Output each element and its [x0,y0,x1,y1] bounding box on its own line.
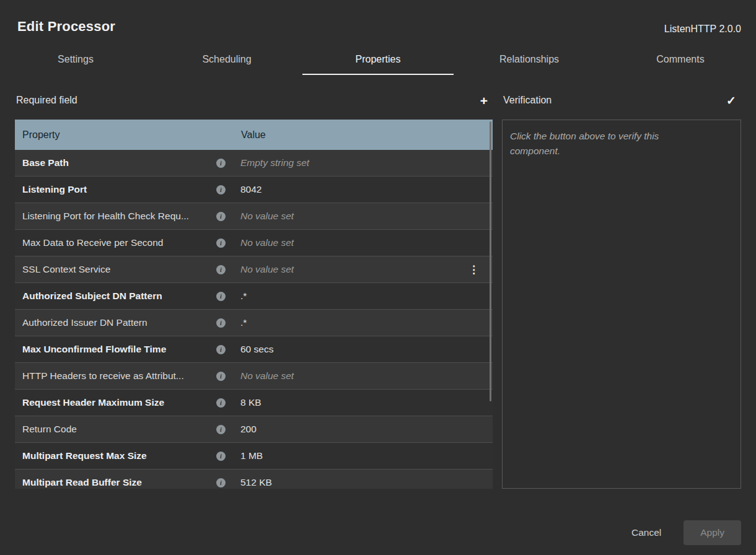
property-name: Return Code [22,424,216,435]
property-value[interactable]: Empty string set [240,157,309,168]
info-icon[interactable]: i [216,185,226,194]
properties-section: Required field + Property Value Base Pat… [15,92,493,489]
property-value[interactable]: No value set [240,211,294,222]
property-value[interactable]: .* [240,317,247,328]
property-name: Request Header Maximum Size [22,397,216,408]
column-header-value: Value [241,129,266,141]
info-icon[interactable]: i [216,318,226,328]
property-name: Authorized Subject DN Pattern [22,291,216,302]
info-icon[interactable]: i [216,425,226,434]
property-name: SSL Context Service [22,264,216,275]
dialog-footer: Cancel Apply [628,520,741,545]
properties-table: Property Value Base Path i Empty string … [15,120,493,489]
info-icon[interactable]: i [216,212,226,221]
property-value[interactable]: No value set [240,370,294,382]
property-row-request-header-max-size[interactable]: Request Header Maximum Size i 8 KB [15,390,493,416]
property-row-authorized-subject-dn[interactable]: Authorized Subject DN Pattern i .* [15,283,493,310]
info-icon[interactable]: i [216,265,226,274]
info-icon[interactable]: i [216,452,226,461]
property-value[interactable]: 8042 [240,184,262,195]
processor-type-version: ListenHTTP 2.0.0 [664,24,741,35]
property-row-return-code[interactable]: Return Code i 200 [15,416,493,443]
property-row-multipart-request-max-size[interactable]: Multipart Request Max Size i 1 MB [15,443,493,470]
property-row-base-path[interactable]: Base Path i Empty string set [15,150,493,177]
property-row-ssl-context-service[interactable]: SSL Context Service i No value set ⋮ [15,256,493,283]
property-name: Multipart Request Max Size [22,450,216,461]
property-row-health-check-port[interactable]: Listening Port for Health Check Requ... … [15,203,493,230]
column-header-property: Property [22,129,241,141]
property-name: Multipart Read Buffer Size [22,477,216,488]
property-value[interactable]: 512 KB [240,477,272,488]
property-row-authorized-issuer-dn[interactable]: Authorized Issuer DN Pattern i .* [15,310,493,336]
more-options-icon[interactable]: ⋮ [468,263,479,276]
property-name: Listening Port [22,184,216,195]
property-row-max-data-per-second[interactable]: Max Data to Receive per Second i No valu… [15,230,493,256]
info-icon[interactable]: i [216,292,226,301]
info-icon[interactable]: i [216,345,226,354]
dialog-title: Edit Processor [17,19,115,35]
property-value[interactable]: No value set [240,237,294,248]
info-icon[interactable]: i [216,238,226,248]
property-name: Listening Port for Health Check Requ... [22,211,216,222]
verification-panel: Click the button above to verify this co… [502,120,741,489]
add-property-button[interactable]: + [477,94,491,107]
tab-properties[interactable]: Properties [302,46,454,75]
property-name: Authorized Issuer DN Pattern [22,317,216,328]
cancel-button[interactable]: Cancel [628,527,665,539]
apply-button[interactable]: Apply [683,520,741,545]
property-name: Max Data to Receive per Second [22,237,216,248]
verification-section: Verification ✓ Click the button above to… [502,92,741,489]
check-icon: ✓ [726,94,736,107]
info-icon[interactable]: i [216,478,226,487]
info-icon[interactable]: i [216,372,226,381]
plus-icon: + [480,94,488,108]
verify-button[interactable]: ✓ [723,95,740,107]
property-name: HTTP Headers to receive as Attribut... [22,370,216,382]
property-value[interactable]: 8 KB [240,397,262,408]
property-value[interactable]: 60 secs [240,344,273,355]
dialog-header: Edit Processor ListenHTTP 2.0.0 [0,0,756,35]
required-field-label: Required field [16,95,77,106]
table-header-row: Property Value [15,120,493,150]
property-value[interactable]: 1 MB [240,450,263,461]
property-row-max-unconfirmed-flowfile-time[interactable]: Max Unconfirmed Flowfile Time i 60 secs [15,336,493,363]
property-name: Max Unconfirmed Flowfile Time [22,344,216,355]
property-value[interactable]: No value set [240,264,294,275]
property-row-http-headers-as-attributes[interactable]: HTTP Headers to receive as Attribut... i… [15,363,493,390]
table-scrollbar[interactable] [490,121,491,401]
property-row-listening-port[interactable]: Listening Port i 8042 [15,177,493,203]
property-value[interactable]: .* [240,291,247,302]
property-name: Base Path [22,157,216,168]
tab-comments[interactable]: Comments [605,46,756,75]
tab-bar: Settings Scheduling Properties Relations… [0,46,756,75]
dialog-body: Required field + Property Value Base Pat… [0,92,756,489]
property-row-multipart-read-buffer-size[interactable]: Multipart Read Buffer Size i 512 KB [15,470,493,489]
tab-scheduling[interactable]: Scheduling [151,46,302,75]
property-value[interactable]: 200 [240,424,257,435]
tab-settings[interactable]: Settings [0,46,151,75]
info-icon[interactable]: i [216,398,226,408]
tab-relationships[interactable]: Relationships [454,46,605,75]
verification-title: Verification [503,95,552,106]
info-icon[interactable]: i [216,159,226,168]
verification-message: Click the button above to verify this co… [510,129,708,159]
